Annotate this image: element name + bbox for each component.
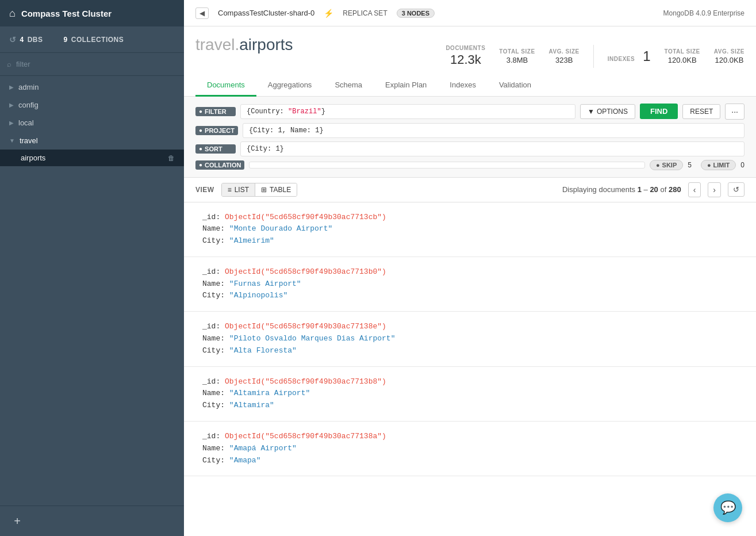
- doc-city-field: City: "Almeirim": [202, 235, 738, 247]
- total-size-label: TOTAL SIZE: [499, 48, 535, 55]
- refresh-results-button[interactable]: ↺: [728, 182, 745, 197]
- documents-stat-group: DOCUMENTS 12.3k: [446, 45, 485, 67]
- options-chevron-icon: ▼: [588, 108, 594, 116]
- table-label: TABLE: [270, 186, 291, 194]
- documents-count: 12.3k: [450, 52, 481, 67]
- filter-row: ● FILTER {Country: "Brazil"} ▼ OPTIONS F…: [195, 104, 745, 120]
- sort-row: ● SORT {City: 1}: [195, 141, 745, 156]
- collections-count: 9: [64, 36, 68, 44]
- tab-schema[interactable]: Schema: [323, 75, 374, 97]
- table-row: _id: ObjectId("5cd658cf90f49b30ac7713b8"…: [184, 367, 756, 422]
- limit-badge: ● LIMIT: [701, 160, 736, 170]
- nodes-badge: 3 NODES: [397, 9, 435, 18]
- sidebar-search-container[interactable]: ⌕: [0, 53, 184, 76]
- sort-label: ● SORT: [195, 144, 236, 154]
- collapse-sidebar-button[interactable]: ◀: [195, 7, 209, 19]
- limit-icon: ●: [707, 162, 711, 169]
- add-database-button[interactable]: +: [9, 513, 25, 529]
- search-input[interactable]: [16, 58, 177, 71]
- view-toggle: ≡ LIST ⊞ TABLE: [221, 183, 297, 197]
- replica-set-label: REPLICA SET: [343, 9, 387, 17]
- db-label: travel.: [195, 36, 239, 54]
- sidebar-item-local[interactable]: ▶ local: [0, 114, 184, 132]
- prev-page-button[interactable]: ‹: [688, 182, 701, 197]
- doc-city-field: City: "Altamira": [202, 400, 738, 412]
- filter-label: ● FILTER: [195, 107, 236, 116]
- results-bar: VIEW ≡ LIST ⊞ TABLE Displaying documents…: [184, 178, 756, 202]
- options-button[interactable]: ▼ OPTIONS: [580, 104, 635, 119]
- sort-icon: ●: [199, 146, 202, 152]
- skip-item: ● SKIP 5: [650, 160, 692, 170]
- doc-name-field: Name: "Altamira Airport": [202, 388, 738, 400]
- project-icon: ●: [199, 127, 202, 133]
- trash-icon[interactable]: 🗑: [168, 154, 175, 162]
- database-list: ▶ admin ▶ config ▶ local ▼ travel airpor…: [0, 76, 184, 506]
- documents-list: _id: ObjectId("5cd658cf90f49b30ac7713cb"…: [184, 202, 756, 537]
- chevron-down-icon-travel: ▼: [9, 137, 15, 144]
- documents-label: DOCUMENTS: [446, 45, 485, 51]
- idx-avg-size-value: 120.0KB: [715, 56, 743, 64]
- tab-documents[interactable]: Documents: [195, 75, 256, 97]
- doc-id-field: _id: ObjectId("5cd658cf90f49b30ac7713b8"…: [202, 376, 738, 388]
- next-page-button[interactable]: ›: [708, 182, 721, 197]
- tab-aggregations[interactable]: Aggregations: [256, 75, 324, 97]
- view-label: VIEW: [195, 186, 214, 194]
- skip-limit-section: ● SKIP 5 ● LIMIT 0: [650, 160, 745, 170]
- skip-label: SKIP: [662, 162, 677, 169]
- sidebar-header[interactable]: ⌂ Compass Test Cluster: [0, 0, 184, 26]
- refresh-icon: ↺: [9, 35, 17, 44]
- table-row: _id: ObjectId("5cd658cf90f49b30ac7713b0"…: [184, 257, 756, 312]
- doc-name-field: Name: "Piloto Osvaldo Marques Dias Airpo…: [202, 333, 738, 345]
- chat-button[interactable]: 💬: [713, 493, 742, 522]
- sidebar-item-admin[interactable]: ▶ admin: [0, 78, 184, 96]
- tab-explain-plan[interactable]: Explain Plan: [374, 75, 438, 97]
- chevron-right-icon-local: ▶: [9, 120, 14, 126]
- skip-value[interactable]: 5: [688, 161, 692, 169]
- range-start: 1: [638, 185, 642, 194]
- db-name-local: local: [18, 118, 34, 127]
- skip-badge: ● SKIP: [650, 160, 683, 170]
- dbs-count: 4: [20, 36, 24, 44]
- filter-string-value: "Brazil": [288, 108, 321, 116]
- project-input[interactable]: {City: 1, Name: 1}: [243, 123, 745, 138]
- find-button[interactable]: FIND: [640, 104, 678, 119]
- limit-value[interactable]: 0: [740, 161, 745, 169]
- doc-name-field: Name: "Amapá Airport": [202, 443, 738, 455]
- collection-item-airports[interactable]: airports 🗑: [0, 150, 184, 166]
- avg-size-value: 323B: [555, 56, 573, 64]
- sidebar-item-travel[interactable]: ▼ travel: [0, 132, 184, 150]
- table-view-button[interactable]: ⊞ TABLE: [255, 183, 297, 196]
- filter-input[interactable]: {Country: "Brazil"}: [240, 104, 575, 119]
- doc-id-field: _id: ObjectId("5cd658cf90f49b30ac77138a"…: [202, 431, 738, 443]
- list-icon: ≡: [228, 186, 232, 194]
- sidebar-item-config[interactable]: ▶ config: [0, 96, 184, 114]
- home-icon: ⌂: [9, 7, 16, 20]
- doc-name-field: Name: "Monte Dourado Airport": [202, 223, 738, 235]
- range-end: 20: [650, 185, 658, 194]
- limit-item: ● LIMIT 0: [701, 160, 745, 170]
- collation-input[interactable]: [249, 162, 645, 169]
- sidebar-stats: ↺ 4 DBS 9 COLLECTIONS: [0, 26, 184, 53]
- collections-label: COLLECTIONS: [71, 36, 124, 44]
- cluster-title: Compass Test Cluster: [21, 9, 112, 18]
- doc-city-field: City: "Amapa": [202, 455, 738, 467]
- collection-name-airports: airports: [21, 154, 45, 162]
- tabs: Documents Aggregations Schema Explain Pl…: [184, 75, 756, 97]
- list-label: LIST: [235, 186, 249, 194]
- idx-total-size-value: 120.0KB: [668, 56, 697, 64]
- more-options-button[interactable]: ···: [725, 104, 745, 120]
- collapse-icon: ◀: [199, 9, 205, 17]
- sidebar-footer: +: [0, 506, 184, 536]
- reset-button[interactable]: RESET: [682, 104, 720, 119]
- tab-indexes[interactable]: Indexes: [438, 75, 488, 97]
- dbs-label: DBS: [28, 36, 43, 44]
- cluster-shard-name: CompassTestCluster-shard-0: [218, 9, 314, 17]
- table-row: _id: ObjectId("5cd658cf90f49b30ac7713cb"…: [184, 202, 756, 257]
- query-bar: ● FILTER {Country: "Brazil"} ▼ OPTIONS F…: [184, 97, 756, 178]
- project-row: ● PROJECT {City: 1, Name: 1}: [195, 123, 745, 138]
- idx-avg-size-group: AVG. SIZE 120.0KB: [714, 48, 745, 64]
- avg-size-stat-group: AVG. SIZE 323B: [549, 48, 580, 64]
- sort-input[interactable]: {City: 1}: [240, 141, 745, 156]
- list-view-button[interactable]: ≡ LIST: [222, 183, 255, 196]
- tab-validation[interactable]: Validation: [488, 75, 543, 97]
